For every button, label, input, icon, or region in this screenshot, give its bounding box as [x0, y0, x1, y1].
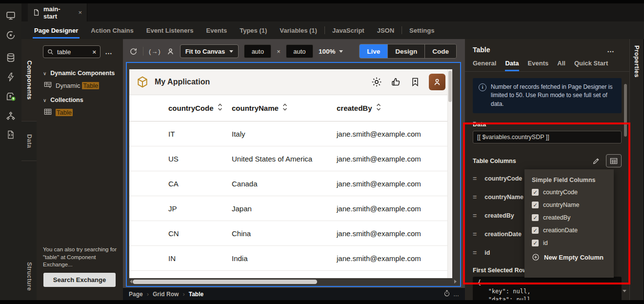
display-icon[interactable]	[0, 9, 21, 22]
designer-tab-action-chains[interactable]: Action Chains	[84, 21, 140, 39]
interaction-mode-icon[interactable]: (→)	[149, 48, 161, 55]
table-row[interactable]: USUnited States of Americajane.smith@exa…	[129, 146, 448, 171]
table-row[interactable]: AUAustraliajane.smith@example.com	[129, 271, 448, 278]
designer-tab-settings[interactable]: Settings	[403, 21, 441, 39]
designer-tab-javascript[interactable]: JavaScript	[326, 21, 371, 39]
clear-search-icon[interactable]: ×	[92, 48, 96, 56]
status-circle-icon[interactable]	[0, 29, 21, 41]
first-selected-row-value[interactable]: { "key": null, "data": null	[473, 277, 622, 300]
rail-tab-structure[interactable]: Structure	[21, 253, 37, 300]
sort-icon[interactable]	[218, 103, 222, 112]
designer-tab-events[interactable]: Events	[200, 21, 234, 39]
popup-field-creationdate[interactable]: ✓creationDate	[532, 227, 606, 234]
properties-tab-events[interactable]: Events	[528, 60, 549, 71]
scroll-right-arrow[interactable]	[454, 280, 459, 284]
popup-field-countryname[interactable]: ✓countryName	[532, 202, 606, 208]
properties-tab-all[interactable]: All	[557, 60, 565, 71]
table-row[interactable]: CACanadajane.smith@example.com	[129, 171, 448, 196]
breadcrumb-item-table[interactable]: Table	[189, 291, 203, 298]
data-field-input[interactable]: [[ $variables.countrySDP ]]	[473, 131, 622, 143]
user-icon[interactable]	[166, 47, 175, 56]
app-logo-cube-icon	[136, 76, 149, 88]
table-row[interactable]: INIndiajane.smith@example.com	[129, 246, 448, 271]
actions-bolt-icon[interactable]	[0, 71, 21, 83]
refresh-icon[interactable]	[129, 47, 138, 56]
diagram-icon[interactable]	[0, 110, 21, 122]
breadcrumb-item-page[interactable]: Page	[129, 291, 143, 298]
column-header-countryname[interactable]: countryName	[232, 103, 337, 112]
bookmark-plus-icon[interactable]	[410, 77, 420, 87]
breadcrumb-item-grid-row[interactable]: Grid Row	[153, 291, 179, 298]
checkbox-checked-icon[interactable]: ✓	[532, 240, 539, 246]
column-header-countrycode[interactable]: countryCode	[168, 103, 232, 112]
design-canvas[interactable]: My Application countryCodecountryNamecre…	[126, 62, 461, 287]
canvas-horizontal-scrollbar[interactable]	[132, 280, 449, 284]
component-item-dynamic-table[interactable]: Dynamic Table	[44, 81, 118, 90]
properties-scrollbar-thumb[interactable]	[624, 84, 627, 137]
properties-tab-data[interactable]: Data	[505, 60, 519, 71]
new-empty-column-button[interactable]: New Empty Column	[532, 253, 606, 261]
properties-menu-icon[interactable]: …	[607, 48, 615, 51]
drag-handle-icon[interactable]: =	[473, 230, 477, 238]
drag-handle-icon[interactable]: =	[473, 193, 477, 201]
designer-tab-json[interactable]: JSON	[371, 21, 401, 39]
close-tab-icon[interactable]: ×	[78, 9, 82, 16]
scroll-down-arrow[interactable]	[623, 290, 626, 294]
table-row[interactable]: JPJapanjane.smith@example.com	[129, 196, 448, 221]
fit-to-canvas-dropdown[interactable]: Fit to Canvas	[180, 44, 239, 58]
source-file-icon[interactable]	[0, 128, 21, 141]
breadcrumb-more-icon[interactable]: …	[453, 291, 459, 298]
properties-tab-quick-start[interactable]: Quick Start	[574, 60, 608, 71]
scroll-thumb[interactable]	[133, 280, 317, 284]
component-item-table[interactable]: Table	[44, 108, 118, 117]
mode-button-code[interactable]: Code	[424, 44, 456, 58]
sort-icon[interactable]	[282, 103, 287, 112]
designer-tab-types-1[interactable]: Types (1)	[233, 21, 273, 39]
scroll-thumb[interactable]	[448, 71, 452, 102]
table-row[interactable]: CNChinajane.smith@example.com	[129, 221, 448, 246]
publish-icon[interactable]	[0, 90, 21, 103]
avatar[interactable]	[429, 74, 445, 90]
thumbs-up-icon[interactable]	[391, 77, 402, 87]
mode-button-design[interactable]: Design	[387, 44, 424, 58]
column-header-createdby[interactable]: createdBy	[337, 103, 448, 112]
sort-icon[interactable]	[376, 103, 381, 112]
popup-field-createdby[interactable]: ✓createdBy	[532, 214, 606, 221]
canvas-width-input[interactable]: auto	[244, 44, 271, 58]
designer-tab-page-designer[interactable]: Page Designer	[28, 21, 84, 39]
checkbox-checked-icon[interactable]: ✓	[532, 189, 539, 196]
rail-tab-components[interactable]: Components	[21, 39, 37, 121]
gear-icon[interactable]	[371, 77, 382, 87]
tree-section-dynamic-components[interactable]: ∨Dynamic Components	[43, 70, 118, 77]
stopwatch-icon[interactable]	[443, 290, 450, 298]
zoom-dropdown[interactable]: 100%	[319, 48, 343, 55]
tab-main-start[interactable]: main-start ×	[28, 3, 87, 21]
search-exchange-button[interactable]: Search Exchange	[43, 273, 116, 287]
drag-handle-icon[interactable]: =	[473, 175, 477, 182]
drag-handle-icon[interactable]: =	[473, 249, 477, 257]
properties-tab-general[interactable]: General	[473, 60, 496, 71]
database-icon[interactable]	[0, 51, 21, 64]
popup-field-countrycode[interactable]: ✓countryCode	[532, 189, 606, 196]
checkbox-checked-icon[interactable]: ✓	[532, 214, 539, 221]
designer-tab-event-listeners[interactable]: Event Listeners	[140, 21, 200, 39]
canvas-height-input[interactable]: auto	[286, 44, 313, 58]
edit-pencil-icon[interactable]	[592, 157, 600, 165]
breadcrumb-tools: …	[443, 290, 459, 298]
add-columns-button[interactable]	[606, 154, 622, 167]
designer-tab-variables-1[interactable]: Variables (1)	[273, 21, 323, 39]
components-menu-icon[interactable]: …	[105, 50, 113, 54]
chevron-down-icon: ∨	[43, 98, 46, 103]
popup-field-id[interactable]: ✓id	[532, 240, 606, 246]
mode-button-live[interactable]: Live	[360, 44, 387, 58]
table-vertical-scrollbar[interactable]	[447, 69, 452, 278]
dimension-times: ×	[277, 48, 281, 55]
rail-tab-data[interactable]: Data	[21, 122, 37, 161]
tree-section-collections[interactable]: ∨Collections	[43, 97, 118, 103]
component-search-input[interactable]: table ×	[43, 45, 101, 58]
drag-handle-icon[interactable]: =	[473, 212, 477, 220]
properties-rail[interactable]: Properties	[629, 39, 644, 300]
table-row[interactable]: ITItalyjane.smith@example.com	[129, 122, 448, 146]
checkbox-checked-icon[interactable]: ✓	[532, 202, 539, 208]
checkbox-checked-icon[interactable]: ✓	[532, 227, 539, 234]
